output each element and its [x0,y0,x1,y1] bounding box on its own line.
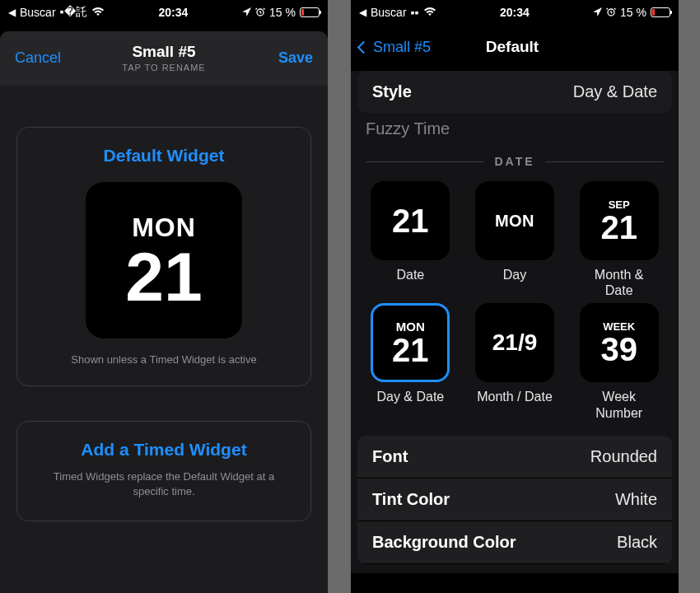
status-time: 20:34 [500,6,530,19]
back-app-label: Buscar [20,6,56,19]
tile-preview: WEEK 39 [580,303,659,382]
battery-icon [300,7,320,17]
tile-option-week-number[interactable]: WEEK 39 Week Number [571,303,667,420]
wifi-icon [91,6,105,19]
tile-preview: 21/9 [475,303,554,382]
default-widget-title: Default Widget [32,146,296,166]
add-timed-widget-card[interactable]: Add a Timed Widget Timed Widgets replace… [16,421,311,521]
add-timed-widget-caption: Timed Widgets replace the Default Widget… [39,469,289,499]
back-app-chevron-icon: ◀ [8,7,16,18]
nav-row: Cancel Small #5 TAP TO RENAME Save [0,31,328,72]
tint-color-row[interactable]: Tint Color White [357,479,672,521]
style-label: Style [372,82,412,101]
tile-option-date[interactable]: 21 Date [362,181,459,298]
back-app-chevron-icon: ◀ [359,7,366,18]
signal-icon: ▪�託 [60,5,87,20]
status-bar: ◀ Buscar ▪▪ 20:34 15 % [351,0,679,25]
battery-icon [651,7,670,17]
widget-preview: MON 21 [86,182,242,339]
wifi-icon [423,6,436,19]
cancel-button[interactable]: Cancel [15,49,68,67]
save-button[interactable]: Save [259,49,313,67]
page-subtitle: TAP TO RENAME [122,63,205,72]
default-widget-card[interactable]: Default Widget MON 21 Shown unless a Tim… [16,127,311,386]
tile-option-month-slash-date[interactable]: 21/9 Month / Date [467,303,563,420]
battery-pct: 15 % [269,6,296,19]
alarm-icon [255,6,265,19]
style-row[interactable]: Style Day & Date [357,71,672,113]
location-icon [593,6,602,19]
back-app-label: Buscar [371,6,407,19]
settings-block: Font Rounded Tint Color White Background… [357,432,672,564]
location-icon [242,6,251,19]
signal-icon: ▪▪ [411,6,419,19]
tile-preview: MON [475,181,554,260]
date-section-header: DATE [366,155,664,168]
tile-preview: SEP 21 [580,181,659,260]
content-area: Default Widget MON 21 Shown unless a Tim… [0,86,328,593]
battery-pct: 15 % [620,6,646,19]
style-value: Day & Date [573,82,657,101]
font-row[interactable]: Font Rounded [357,436,672,479]
add-timed-widget-title: Add a Timed Widget [39,440,289,460]
tile-option-day-date[interactable]: MON 21 Day & Date [362,303,459,420]
status-time: 20:34 [158,6,188,19]
default-widget-caption: Shown unless a Timed Widget is active [32,353,296,366]
page-title: Small #5 [122,43,205,61]
tile-option-day[interactable]: MON Day [467,181,563,298]
tile-preview: 21 [371,181,450,260]
status-bar: ◀ Buscar ▪�託 20:34 15 % [0,0,328,25]
content-area: Style Day & Date Fuzzy Time DATE 21 Date… [351,71,679,573]
phone-right: ◀ Buscar ▪▪ 20:34 15 % Small #5 Default [351,0,679,593]
nav-row: Small #5 Default [351,25,679,68]
tile-grid: 21 Date MON Day SEP 21 Month & Date MON [351,176,679,432]
modal-sheet: Cancel Small #5 TAP TO RENAME Save Defau… [0,31,328,593]
page-title: Default [359,38,665,56]
title-area[interactable]: Small #5 TAP TO RENAME [122,43,205,72]
background-color-row[interactable]: Background Color Black [357,521,672,564]
tile-option-month-date[interactable]: SEP 21 Month & Date [571,181,667,298]
fuzzy-time-label: Fuzzy Time [351,116,679,145]
preview-date: 21 [125,246,202,309]
phone-left: ◀ Buscar ▪�託 20:34 15 % Cancel Small #5 … [0,0,328,593]
tile-preview: MON 21 [371,303,450,382]
alarm-icon [606,6,616,19]
